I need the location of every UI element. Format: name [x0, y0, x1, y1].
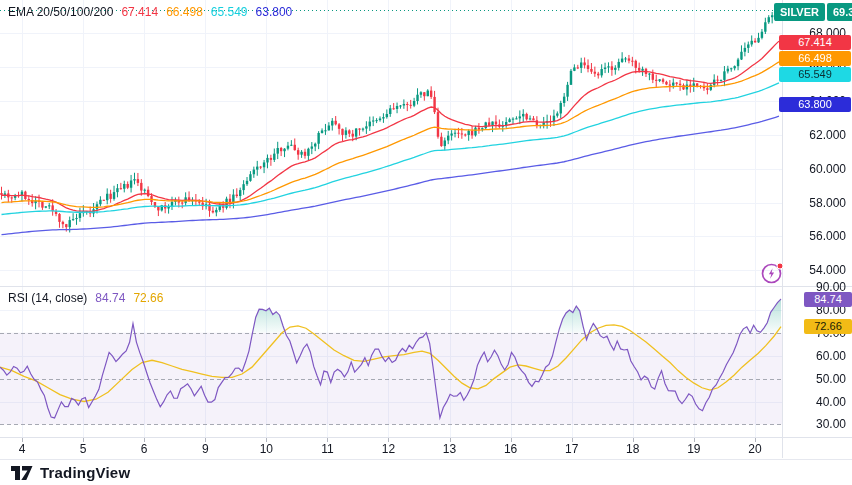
ema-price-badge: 63.800 — [779, 97, 851, 112]
time-tick-label: 17 — [555, 442, 589, 456]
ema-price-badge: 65.549 — [779, 67, 851, 82]
ema100-value: 65.549 — [211, 5, 248, 19]
time-tick-label: 11 — [310, 442, 344, 456]
rsi-tick-label: 50.00 — [784, 372, 846, 386]
rsi-tick-label: 40.00 — [784, 395, 846, 409]
price-tick-label: 62.000 — [784, 128, 846, 142]
ema200-value: 63.800 — [256, 5, 293, 19]
ema-price-badge: 67.414 — [779, 35, 851, 50]
time-tick-label: 12 — [371, 442, 405, 456]
last-price-value: 69.381 — [827, 3, 852, 21]
tradingview-logo-icon — [10, 465, 33, 481]
price-tick-label: 54.000 — [784, 263, 846, 277]
ema-legend-label: EMA 20/50/100/200 — [8, 5, 113, 19]
rsi-value: 84.74 — [95, 291, 125, 305]
rsi-value-badge: 72.66 — [804, 319, 852, 334]
time-tick-label: 13 — [433, 442, 467, 456]
time-tick-label: 18 — [616, 442, 650, 456]
time-tick-label: 19 — [677, 442, 711, 456]
footer-bar: TradingView — [0, 459, 852, 485]
price-tick-label: 56.000 — [784, 229, 846, 243]
time-tick-label: 5 — [66, 442, 100, 456]
boost-flash-icon[interactable] — [759, 259, 787, 287]
indicator-legend-rsi[interactable]: RSI (14, close)84.7472.66 — [8, 291, 171, 305]
time-tick-label: 10 — [249, 442, 283, 456]
time-tick-label: 20 — [738, 442, 772, 456]
rsi-legend-label: RSI (14, close) — [8, 291, 87, 305]
ema50-value: 66.498 — [166, 5, 203, 19]
last-price-badge: SILVER 69.381 — [774, 3, 852, 21]
time-tick-label: 4 — [5, 442, 39, 456]
indicator-legend-ema[interactable]: EMA 20/50/100/20067.41466.49865.54963.80… — [8, 5, 300, 19]
rsi-ma-value: 72.66 — [133, 291, 163, 305]
rsi-tick-label: 30.00 — [784, 417, 846, 431]
time-tick-label: 16 — [494, 442, 528, 456]
chart-container: EMA 20/50/100/20067.41466.49865.54963.80… — [0, 0, 852, 485]
rsi-tick-label: 60.00 — [784, 349, 846, 363]
time-tick-label: 9 — [188, 442, 222, 456]
ema20-value: 67.414 — [121, 5, 158, 19]
ema-price-badge: 66.498 — [779, 51, 851, 66]
tradingview-wordmark[interactable]: TradingView — [40, 464, 130, 481]
symbol-name: SILVER — [774, 3, 825, 21]
time-tick-label: 6 — [127, 442, 161, 456]
rsi-value-badge: 84.74 — [804, 292, 852, 307]
chart-canvas[interactable] — [0, 0, 852, 460]
price-tick-label: 60.000 — [784, 162, 846, 176]
price-tick-label: 58.000 — [784, 196, 846, 210]
